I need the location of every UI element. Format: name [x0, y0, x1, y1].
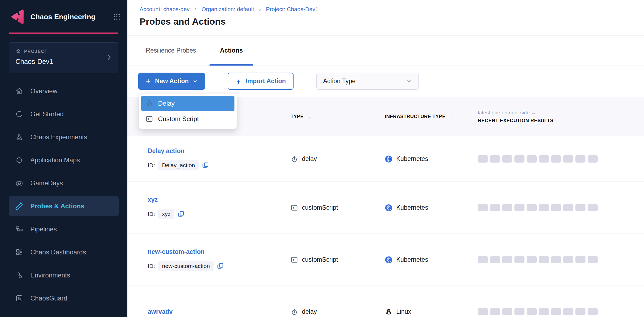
project-selector[interactable]: PROJECT Chaos-Dev1 — [9, 42, 118, 73]
stopwatch-icon — [291, 155, 298, 163]
sidebar-item-label: Chaos Experiments — [30, 133, 87, 141]
action-name-link[interactable]: awrvadv — [148, 308, 173, 315]
sidebar-item-chaosguard[interactable]: ChaosGuard — [0, 287, 127, 310]
infrastructure-cell: Kubernetes — [385, 256, 478, 264]
copy-icon[interactable] — [202, 162, 209, 169]
harness-logo-icon — [8, 7, 27, 27]
project-label: PROJECT — [24, 49, 48, 54]
toolbar: New Action Import Action Action Type — [127, 66, 644, 97]
copy-icon[interactable] — [178, 211, 185, 218]
action-name-link[interactable]: Delay action — [148, 147, 185, 155]
sidebar-item-label: Pipelines — [30, 225, 57, 233]
app-switcher-icon[interactable] — [113, 13, 120, 20]
sort-icon[interactable] — [450, 114, 454, 118]
hexagons-icon — [15, 271, 23, 279]
terminal-icon — [291, 204, 298, 212]
action-name-cell: new-custom-action ID: new-custom-action — [127, 248, 291, 271]
action-id-value: new-custom-action — [158, 261, 214, 271]
sidebar-item-environments[interactable]: Environments — [0, 264, 127, 287]
action-name-cell: xyz ID: xyz — [127, 196, 291, 219]
menu-item-label: Custom Script — [158, 115, 199, 123]
execution-result-placeholder — [563, 155, 573, 163]
execution-result-placeholder — [551, 308, 561, 315]
results-note: latest one on right side → — [478, 110, 536, 116]
plus-icon — [145, 78, 151, 84]
page-title: Probes and Actions — [140, 16, 226, 27]
id-label: ID: — [148, 162, 155, 169]
action-type-filter[interactable]: Action Type — [316, 73, 419, 90]
sidebar: Chaos Engineering PROJECT Chaos-Dev1 Ove… — [0, 0, 127, 317]
action-name-link[interactable]: xyz — [148, 196, 158, 203]
stopwatch-icon — [291, 308, 298, 316]
lock-icon — [15, 294, 23, 302]
execution-result-placeholder — [490, 155, 500, 163]
execution-result-placeholder — [514, 155, 524, 163]
sidebar-item-get-started[interactable]: Get Started — [0, 102, 127, 125]
import-action-button[interactable]: Import Action — [228, 73, 294, 90]
app-title: Chaos Engineering — [30, 13, 95, 21]
infrastructure-value: Linux — [396, 308, 411, 315]
execution-result-placeholder — [478, 308, 488, 315]
execution-result-placeholder — [527, 155, 537, 163]
execution-result-placeholder — [502, 256, 512, 263]
execution-result-placeholder — [478, 155, 488, 163]
recent-execution-results — [478, 204, 644, 211]
breadcrumb-link[interactable]: Organization: default — [201, 6, 254, 12]
execution-result-placeholder — [502, 204, 512, 211]
sidebar-item-application-maps[interactable]: Application Maps — [0, 148, 127, 172]
target-icon — [15, 156, 23, 164]
upload-icon — [235, 78, 242, 85]
actions-table-body: Delay action ID: Delay_action delay Kube… — [127, 136, 644, 317]
action-type-cell: delay — [291, 308, 385, 316]
infrastructure-value: Kubernetes — [396, 155, 428, 163]
sidebar-item-label: ChaosGuard — [30, 295, 67, 302]
sidebar-item-overview[interactable]: Overview — [0, 79, 127, 102]
action-type-cell: customScript — [291, 256, 385, 264]
new-action-button[interactable]: New Action — [138, 73, 205, 90]
menu-item-custom-script[interactable]: Custom Script — [141, 111, 234, 127]
sidebar-item-pipelines[interactable]: Pipelines — [0, 218, 127, 241]
brand-divider — [9, 33, 118, 34]
chevron-down-icon — [406, 78, 412, 84]
tab-bar: Resilience Probes Actions — [136, 35, 253, 66]
sort-icon[interactable] — [308, 115, 312, 119]
infrastructure-cell: Kubernetes — [385, 204, 478, 212]
execution-result-placeholder — [563, 308, 573, 315]
sidebar-item-label: GameDays — [30, 179, 63, 187]
sidebar-item-chaos-experiments[interactable]: Chaos Experiments — [0, 125, 127, 148]
execution-result-placeholder — [575, 256, 585, 263]
action-name-link[interactable]: new-custom-action — [148, 248, 205, 255]
get-started-icon — [15, 110, 23, 118]
sidebar-item-probes-actions[interactable]: Probes & Actions — [9, 196, 119, 216]
breadcrumb-link[interactable]: Project: Chaos-Dev1 — [266, 6, 318, 12]
table-row: Delay action ID: Delay_action delay Kube… — [127, 136, 644, 182]
menu-item-delay[interactable]: Delay — [141, 96, 234, 111]
execution-result-placeholder — [551, 256, 561, 263]
execution-result-placeholder — [551, 155, 561, 163]
action-name-cell: awrvadv — [127, 308, 291, 315]
project-name: Chaos-Dev1 — [15, 58, 111, 66]
execution-result-placeholder — [563, 204, 573, 211]
sidebar-nav: OverviewGet StartedChaos ExperimentsAppl… — [0, 79, 127, 310]
execution-result-placeholder — [539, 256, 549, 263]
infrastructure-cell: Kubernetes — [385, 155, 478, 163]
tab-actions[interactable]: Actions — [210, 35, 253, 66]
breadcrumb: Account: chaos-devOrganization: defaultP… — [140, 6, 318, 12]
copy-icon[interactable] — [217, 263, 224, 270]
execution-result-placeholder — [539, 155, 549, 163]
sidebar-item-gamedays[interactable]: GameDays — [0, 172, 127, 195]
main-content: Account: chaos-devOrganization: defaultP… — [127, 0, 644, 317]
table-row: awrvadv delay Linux — [127, 286, 644, 317]
sidebar-item-label: Get Started — [30, 110, 64, 118]
execution-result-placeholder — [478, 256, 488, 263]
sidebar-item-chaos-dashboards[interactable]: Chaos Dashboards — [0, 241, 127, 264]
execution-result-placeholder — [575, 204, 585, 211]
breadcrumb-link[interactable]: Account: chaos-dev — [140, 6, 189, 12]
sidebar-item-label: Environments — [30, 271, 70, 279]
execution-result-placeholder — [588, 308, 598, 315]
tab-resilience-probes[interactable]: Resilience Probes — [136, 35, 206, 66]
action-name-cell: Delay action ID: Delay_action — [127, 147, 291, 170]
dashboard-icon — [15, 248, 23, 256]
home-icon — [15, 87, 23, 95]
kubernetes-icon — [385, 155, 392, 163]
